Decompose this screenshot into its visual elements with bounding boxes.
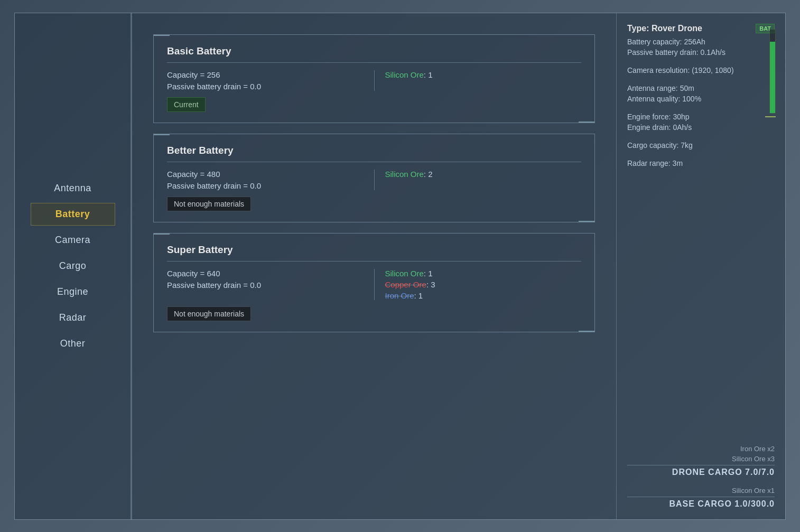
- engine-drain-line: Engine drain: 0Ah/s: [627, 123, 775, 132]
- card-materials-better-battery: Silicon Ore: 2: [385, 170, 582, 190]
- sidebar-item-antenna[interactable]: Antenna: [31, 177, 115, 200]
- sidebar: AntennaBatteryCameraCargoEngineRadarOthe…: [15, 13, 131, 519]
- sidebar-item-other[interactable]: Other: [31, 332, 115, 355]
- card-divider-better-battery: [374, 170, 375, 190]
- drone-cargo-bar: DRONE CARGO 7.0/7.0: [627, 465, 775, 477]
- stat-better-battery-0: Capacity = 480: [167, 170, 364, 179]
- base-cargo-label: BASE CARGO 1.0/300.0: [627, 499, 775, 509]
- stat-better-battery-1: Passive battery drain = 0.0: [167, 181, 364, 190]
- card-stats-better-battery: Capacity = 480Passive battery drain = 0.…: [167, 170, 364, 190]
- sidebar-item-radar[interactable]: Radar: [31, 306, 115, 329]
- card-materials-basic-battery: Silicon Ore: 1: [385, 70, 582, 91]
- mat-label-super-battery-0: Silicon Ore: [385, 269, 424, 278]
- engine-force-line: Engine force: 30hp: [627, 113, 775, 121]
- mat-label-better-battery-0: Silicon Ore: [385, 170, 424, 179]
- camera-line: Camera resolution: (1920, 1080): [627, 66, 775, 74]
- battery-capacity-line: Battery capacity: 256Ah: [627, 38, 775, 46]
- antenna-quality-line: Antenna quality: 100%: [627, 95, 775, 103]
- card-materials-super-battery: Silicon Ore: 1Copper Ore: 3Iron Ore: 1: [385, 269, 582, 300]
- mat-num-basic-battery-0: : 1: [424, 70, 433, 79]
- sidebar-item-engine[interactable]: Engine: [31, 281, 115, 303]
- card-body-better-battery: Capacity = 480Passive battery drain = 0.…: [167, 170, 581, 190]
- antenna-range-line: Antenna range: 50m: [627, 84, 775, 92]
- battery-drain-line: Passive battery drain: 0.1Ah/s: [627, 48, 775, 57]
- card-body-super-battery: Capacity = 640Passive battery drain = 0.…: [167, 269, 581, 300]
- mat-label-super-battery-2: Iron Ore: [385, 291, 414, 300]
- corner-accent-bl: [579, 331, 594, 332]
- right-panel: Type: Rover Drone BAT Battery capacity: …: [616, 13, 785, 519]
- card-divider-super-battery: [374, 269, 375, 300]
- stat-super-battery-1: Passive battery drain = 0.0: [167, 281, 364, 290]
- stat-super-battery-0: Capacity = 640: [167, 269, 364, 278]
- mat-num-better-battery-0: : 2: [424, 170, 433, 179]
- card-super-battery: Super BatteryCapacity = 640Passive batte…: [153, 233, 595, 332]
- corner-accent-tl: [154, 35, 170, 36]
- right-bottom-section: Iron Ore x2 Silicon Ore x3 DRONE CARGO 7…: [627, 445, 775, 509]
- content-area: Basic BatteryCapacity = 256Passive batte…: [132, 13, 616, 519]
- sidebar-item-cargo[interactable]: Cargo: [31, 255, 115, 277]
- drone-cargo-label: DRONE CARGO 7.0/7.0: [627, 468, 775, 477]
- sidebar-item-camera[interactable]: Camera: [31, 229, 115, 251]
- mat-label-super-battery-1: Copper Ore: [385, 280, 426, 289]
- radar-range-line: Radar range: 3m: [627, 159, 775, 167]
- battery-bar: [769, 29, 776, 114]
- drone-mat-2: Silicon Ore x3: [732, 455, 775, 463]
- corner-accent-tl: [154, 134, 170, 135]
- main-window: AntennaBatteryCameraCargoEngineRadarOthe…: [14, 13, 786, 520]
- card-title-super-battery: Super Battery: [167, 244, 581, 262]
- stat-basic-battery-1: Passive battery drain = 0.0: [167, 82, 364, 91]
- status-badge-super-battery[interactable]: Not enough materials: [167, 306, 251, 321]
- accent-line: [765, 116, 776, 117]
- card-stats-super-battery: Capacity = 640Passive battery drain = 0.…: [167, 269, 364, 300]
- mat-num-super-battery-2: : 1: [414, 291, 423, 300]
- card-stats-basic-battery: Capacity = 256Passive battery drain = 0.…: [167, 70, 364, 91]
- mat-num-super-battery-1: : 3: [426, 280, 435, 289]
- drone-mat-1: Iron Ore x2: [740, 445, 775, 453]
- material-basic-battery-0: Silicon Ore: 1: [385, 70, 582, 79]
- rover-type-label: Type: Rover Drone: [627, 24, 702, 33]
- base-cargo-bar: BASE CARGO 1.0/300.0: [627, 497, 775, 509]
- sidebar-item-battery[interactable]: Battery: [31, 203, 115, 226]
- material-super-battery-1: Copper Ore: 3: [385, 280, 582, 289]
- right-panel-header: Type: Rover Drone BAT: [627, 24, 775, 33]
- status-badge-better-battery[interactable]: Not enough materials: [167, 197, 251, 211]
- card-body-basic-battery: Capacity = 256Passive battery drain = 0.…: [167, 70, 581, 91]
- base-mat-1: Silicon Ore x1: [732, 487, 775, 494]
- card-title-better-battery: Better Battery: [167, 145, 581, 162]
- mat-label-basic-battery-0: Silicon Ore: [385, 70, 424, 79]
- card-better-battery: Better BatteryCapacity = 480Passive batt…: [153, 134, 595, 222]
- card-title-basic-battery: Basic Battery: [167, 45, 581, 63]
- card-basic-battery: Basic BatteryCapacity = 256Passive batte…: [153, 34, 595, 123]
- cargo-capacity-line: Cargo capacity: 7kg: [627, 141, 775, 150]
- status-badge-basic-battery: Current: [167, 97, 206, 112]
- battery-fill: [770, 42, 775, 113]
- corner-accent-bl: [579, 122, 594, 123]
- corner-accent-tl: [154, 234, 170, 235]
- card-divider-basic-battery: [374, 70, 375, 91]
- mat-num-super-battery-0: : 1: [424, 269, 433, 278]
- corner-accent-bl: [579, 221, 594, 222]
- stat-basic-battery-0: Capacity = 256: [167, 70, 364, 79]
- material-super-battery-0: Silicon Ore: 1: [385, 269, 582, 278]
- material-better-battery-0: Silicon Ore: 2: [385, 170, 582, 179]
- material-super-battery-2: Iron Ore: 1: [385, 291, 582, 300]
